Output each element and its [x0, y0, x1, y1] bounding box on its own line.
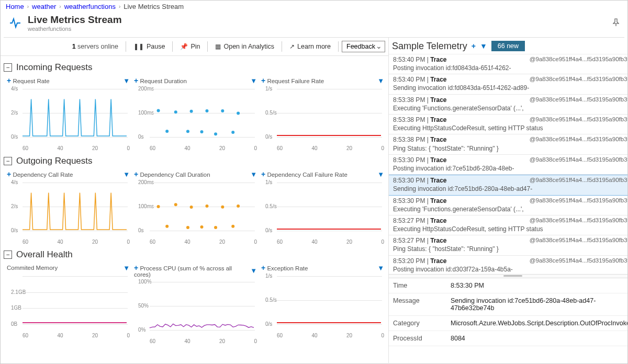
new-count-badge[interactable]: 66 new — [491, 41, 525, 51]
telemetry-item[interactable]: 8:53:38 PM | Trace@9a838ce951ff4a4...f5d… — [389, 95, 628, 115]
telemetry-kind: Trace — [430, 177, 446, 184]
filter-icon[interactable]: ▼ — [377, 170, 384, 178]
filter-icon[interactable]: ▼ — [123, 170, 130, 178]
pin-button[interactable]: 📌Pin — [176, 41, 204, 52]
breadcrumb-item[interactable]: Home — [6, 3, 24, 10]
filter-icon[interactable]: ▼ — [250, 170, 257, 178]
pause-icon: ❚❚ — [133, 43, 144, 50]
plus-icon[interactable]: + — [134, 76, 138, 85]
telemetry-item[interactable]: 8:53:30 PM | Trace@9a838ce951ff4a4...f5d… — [389, 175, 628, 195]
svg-point-4 — [190, 110, 193, 113]
svg-point-13 — [165, 225, 169, 228]
x-tick: 0 — [254, 239, 257, 246]
detail-value: 8:53:30 PM — [451, 282, 628, 289]
analytics-icon: ▦ — [215, 43, 221, 50]
pin-icon[interactable] — [612, 18, 620, 28]
telemetry-kind: Trace — [430, 156, 446, 164]
telemetry-item[interactable]: 8:53:27 PM | Trace@9a838ce951ff4a4...f5d… — [389, 235, 628, 255]
x-tick: 20 — [219, 338, 225, 346]
plus-icon[interactable]: + — [7, 170, 11, 178]
x-tick: 0 — [127, 333, 130, 340]
telemetry-time: 8:53:30 PM — [393, 197, 425, 204]
telemetry-kind: Trace — [430, 257, 446, 265]
plus-icon[interactable]: + — [7, 76, 11, 85]
detail-row: ProcessId8084 — [389, 331, 628, 346]
telemetry-message: Executing HttpStatusCodeResult, setting … — [393, 225, 628, 233]
resize-grip[interactable] — [389, 274, 628, 278]
telemetry-time: 8:53:20 PM — [393, 257, 425, 265]
plus-icon[interactable]: + — [261, 76, 265, 85]
svg-point-16 — [190, 206, 193, 209]
telemetry-item[interactable]: 8:53:40 PM | Trace@9a838ce951ff4a4...f5d… — [389, 54, 628, 74]
telemetry-kind: Trace — [430, 197, 446, 204]
telemetry-kind: Trace — [430, 217, 446, 224]
feedback-select[interactable]: Feedback — [342, 41, 385, 52]
plus-icon[interactable]: + — [134, 264, 138, 272]
filter-icon[interactable]: ▼ — [123, 264, 130, 272]
filter-icon[interactable]: ▼ — [377, 77, 384, 85]
detail-row: Time8:53:30 PM — [389, 278, 628, 293]
telemetry-message: Posting invocation id:fd0843da-651f-4262… — [393, 64, 628, 72]
breadcrumb-item: Live Metrics Stream — [124, 3, 184, 10]
telemetry-message: Executing HttpStatusCodeResult, setting … — [393, 124, 628, 132]
chart-title: Request Rate — [13, 78, 49, 84]
filter-icon[interactable]: ▼ — [480, 42, 487, 50]
telemetry-kind: Trace — [430, 96, 446, 104]
plus-icon[interactable]: + — [261, 264, 265, 272]
telemetry-list[interactable]: 8:53:40 PM | Trace@9a838ce951ff4a4...f5d… — [389, 54, 628, 274]
filter-icon[interactable]: ▼ — [123, 77, 130, 85]
collapse-icon[interactable]: − — [4, 251, 12, 259]
svg-point-17 — [200, 225, 204, 229]
telemetry-role: @9a838ce951ff4a4...f5d3195a90fb3f7 — [530, 55, 628, 64]
chart: + Request Failure Rate▼1/s0.5/s0/s604020… — [259, 75, 386, 153]
svg-point-15 — [186, 226, 189, 229]
plus-icon[interactable]: + — [261, 170, 265, 178]
telemetry-item[interactable]: 8:53:30 PM | Trace@9a838ce951ff4a4...f5d… — [389, 155, 628, 175]
telemetry-kind: Trace — [430, 76, 446, 83]
x-tick: 0 — [381, 239, 384, 246]
svg-point-7 — [214, 132, 217, 135]
telemetry-item[interactable]: 8:53:20 PM | Trace@9a838ce951ff4a4...f5d… — [389, 256, 628, 274]
telemetry-item[interactable]: 8:53:30 PM | Trace@9a838ce951ff4a4...f5d… — [389, 196, 628, 215]
chart: + Exception Rate▼1/s0.5/s0/s6040200 — [259, 262, 386, 346]
x-tick: 40 — [184, 145, 190, 153]
chart-title: Dependency Call Rate — [13, 172, 73, 178]
x-tick: 20 — [346, 145, 352, 153]
filter-icon[interactable]: ▼ — [250, 267, 257, 275]
chart: Commited Memory▼2.1GB1GB0B6040200 — [5, 262, 132, 346]
svg-point-22 — [237, 204, 240, 208]
x-tick: 40 — [57, 239, 63, 246]
plus-icon[interactable]: + — [472, 42, 476, 50]
x-tick: 60 — [23, 145, 28, 153]
telemetry-item[interactable]: 8:53:38 PM | Trace@9a838ce951ff4a4...f5d… — [389, 115, 628, 134]
telemetry-time: 8:53:38 PM — [393, 116, 425, 123]
chart-title: Process CPU (sum of % across all cores) — [134, 265, 232, 278]
collapse-icon[interactable]: − — [4, 157, 12, 165]
telemetry-kind: Trace — [430, 237, 446, 244]
learn-more-button[interactable]: ↗Learn more — [285, 41, 335, 52]
svg-point-12 — [157, 205, 160, 208]
telemetry-role: @9a838ce951ff4a4...f5d3195a90fb3f7 — [530, 116, 628, 124]
collapse-icon[interactable]: − — [4, 63, 12, 72]
svg-point-8 — [221, 109, 224, 112]
telemetry-message: Ping Status: { "hostState": "Running" } — [393, 144, 628, 153]
pause-button[interactable]: ❚❚Pause — [129, 41, 169, 52]
telemetry-message: Sending invocation id:fd0843da-651f-4262… — [393, 84, 628, 92]
x-tick: 60 — [277, 333, 283, 340]
chart: + Dependency Call Duration▼200ms100ms0s6… — [132, 168, 259, 246]
breadcrumb-item[interactable]: weatherfunctions — [64, 3, 116, 10]
x-tick: 20 — [219, 239, 225, 246]
x-tick: 20 — [346, 239, 352, 246]
telemetry-item[interactable]: 8:53:27 PM | Trace@9a838ce951ff4a4...f5d… — [389, 215, 628, 235]
plus-icon[interactable]: + — [134, 170, 138, 178]
x-tick: 0 — [381, 333, 384, 340]
telemetry-item[interactable]: 8:53:38 PM | Trace@9a838ce951ff4a4...f5d… — [389, 134, 628, 154]
telemetry-item[interactable]: 8:53:40 PM | Trace@9a838ce951ff4a4...f5d… — [389, 74, 628, 94]
x-tick: 60 — [277, 239, 283, 246]
filter-icon[interactable]: ▼ — [377, 264, 384, 272]
open-analytics-button[interactable]: ▦Open in Analytics — [211, 41, 278, 52]
x-tick: 0 — [127, 239, 130, 246]
breadcrumb-item[interactable]: weather — [32, 3, 56, 10]
filter-icon[interactable]: ▼ — [250, 77, 257, 85]
x-tick: 40 — [57, 333, 63, 340]
